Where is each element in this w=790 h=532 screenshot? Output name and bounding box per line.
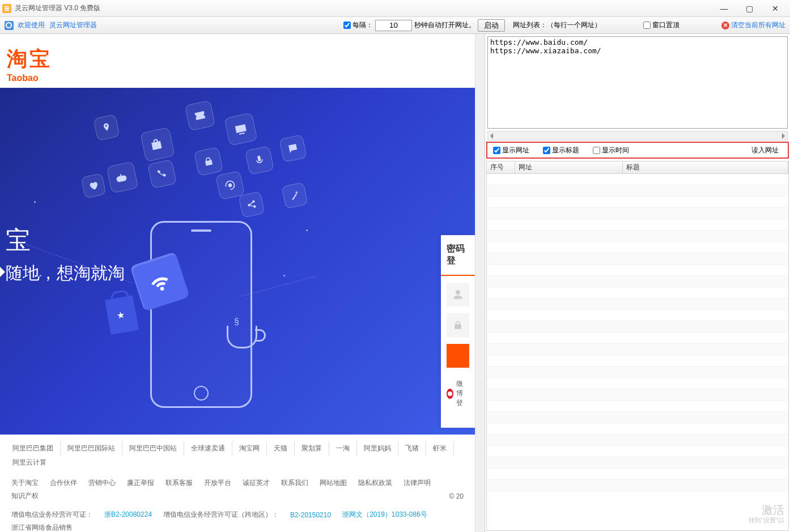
table-row[interactable] (487, 287, 788, 299)
table-body[interactable] (487, 174, 788, 530)
carousel-arrow-icon[interactable] (0, 267, 5, 277)
table-row[interactable] (487, 333, 788, 344)
show-time-checkbox-wrap[interactable]: 显示时间 (593, 146, 629, 155)
weibo-label: 微博登 (456, 379, 469, 408)
taobao-license-row: 增值电信业务经营许可证： 浙B2-20080224 增值电信业务经营许可证（跨地… (0, 506, 475, 532)
footer-legal-link[interactable]: 关于淘宝 (6, 476, 44, 490)
footer-legal-link[interactable]: 廉正举报 (121, 476, 160, 490)
table-row[interactable] (487, 299, 788, 310)
table-row[interactable] (487, 378, 788, 389)
clear-all-link[interactable]: ✕ 清空当前所有网址 (721, 20, 785, 30)
footer-link[interactable]: 阿里巴巴中国站 (122, 441, 184, 456)
table-row[interactable] (487, 197, 788, 208)
interval-checkbox[interactable] (343, 22, 351, 29)
table-row[interactable] (487, 423, 788, 435)
load-urls-button[interactable]: 读入网址 (751, 146, 779, 155)
password-field[interactable] (447, 313, 469, 337)
interval-checkbox-wrap[interactable]: 每隔： (343, 20, 373, 30)
start-button[interactable]: 启动 (478, 19, 505, 32)
col-header-index[interactable]: 序号 (487, 161, 515, 173)
table-row[interactable] (487, 355, 788, 367)
topmost-checkbox[interactable] (643, 22, 651, 29)
table-row[interactable] (487, 446, 788, 457)
welcome-link[interactable]: 欢迎使用 (18, 20, 45, 30)
col-header-title[interactable]: 标题 (623, 161, 788, 173)
show-title-checkbox-wrap[interactable]: 显示标题 (543, 146, 579, 155)
close-button[interactable]: ✕ (762, 0, 788, 16)
table-row[interactable] (487, 276, 788, 287)
table-header: 序号 网址 标题 (487, 161, 788, 174)
footer-link[interactable]: 阿里妈妈 (357, 441, 398, 456)
table-row[interactable] (487, 435, 788, 446)
table-row[interactable] (487, 401, 788, 412)
table-row[interactable] (487, 219, 788, 231)
show-url-label: 显示网址 (502, 146, 529, 155)
lock-icon (194, 147, 223, 176)
login-tab-password[interactable]: 密码登 (441, 235, 475, 276)
taobao-footer-links-1: 阿里巴巴集团阿里巴巴国际站阿里巴巴中国站全球速卖通淘宝网天猫聚划算一淘阿里妈妈飞… (0, 435, 475, 473)
table-row[interactable] (487, 231, 788, 242)
table-row[interactable] (487, 208, 788, 219)
footer-legal-link[interactable]: 知识产权 (6, 490, 44, 503)
table-row[interactable] (487, 480, 788, 491)
table-row[interactable] (487, 265, 788, 276)
banner-text: 宝 随地，想淘就淘 (6, 224, 125, 285)
table-row[interactable] (487, 367, 788, 378)
footer-legal-link[interactable]: 合作伙伴 (44, 476, 83, 490)
table-row[interactable] (487, 185, 788, 197)
main-area: 淘宝 Taobao ★ § (0, 34, 790, 532)
table-row[interactable] (487, 457, 788, 469)
copyright: © 20 (443, 491, 469, 502)
footer-link[interactable]: 天猫 (267, 441, 295, 456)
footer-legal-link[interactable]: 隐私权政策 (352, 476, 398, 490)
license1-value[interactable]: 浙B2-20080224 (99, 508, 158, 521)
mic-icon (245, 146, 274, 175)
footer-link[interactable]: 阿里巴巴国际站 (61, 441, 122, 456)
footer-legal-link[interactable]: 诚征英才 (237, 476, 275, 490)
footer-link[interactable]: 一淘 (329, 441, 357, 456)
col-header-url[interactable]: 网址 (515, 161, 623, 173)
footer-link[interactable]: 飞猪 (398, 441, 426, 456)
window-titlebar: 灵云网址管理器 V3.0 免费版 — ▢ ✕ (0, 0, 790, 17)
table-row[interactable] (487, 310, 788, 321)
table-row[interactable] (487, 412, 788, 423)
product-link[interactable]: 灵云网址管理器 (49, 20, 97, 30)
weibo-login-link[interactable]: 微博登 (447, 379, 469, 408)
url-list-textarea[interactable] (487, 36, 788, 129)
show-url-checkbox-wrap[interactable]: 显示网址 (493, 146, 529, 155)
footer-link[interactable]: 阿里巴巴集团 (6, 441, 61, 456)
footer-link[interactable]: 虾米 (426, 441, 454, 456)
table-row[interactable] (487, 174, 788, 185)
footer-legal-link[interactable]: 法律声明 (398, 476, 436, 490)
table-row[interactable] (487, 344, 788, 355)
textarea-h-scrollbar[interactable] (487, 131, 788, 141)
footer-legal-link[interactable]: 联系客服 (160, 476, 198, 490)
table-row[interactable] (487, 321, 788, 333)
footer-legal-link[interactable]: 联系我们 (275, 476, 314, 490)
interval-input[interactable] (375, 20, 412, 31)
taobao-footer-links-2: 关于淘宝合作伙伴营销中心廉正举报联系客服开放平台诚征英才联系我们网站地图隐私权政… (0, 473, 475, 506)
maximize-button[interactable]: ▢ (737, 0, 762, 16)
license2-value[interactable]: B2-20150210 (284, 509, 337, 521)
table-row[interactable] (487, 242, 788, 253)
show-title-checkbox[interactable] (543, 147, 550, 154)
footer-link[interactable]: 淘宝网 (232, 441, 267, 456)
table-row[interactable] (487, 389, 788, 401)
footer-link[interactable]: 阿里云计算 (6, 456, 53, 470)
minimize-button[interactable]: — (711, 0, 737, 16)
browser-pane: 淘宝 Taobao ★ § (0, 34, 475, 532)
browser-scrollbar[interactable] (475, 34, 485, 532)
license3-value[interactable]: 浙网文（2019）1033-086号 (337, 508, 432, 521)
table-row[interactable] (487, 469, 788, 480)
footer-legal-link[interactable]: 营销中心 (83, 476, 121, 490)
username-field[interactable] (447, 283, 469, 307)
login-submit-button[interactable] (447, 344, 469, 368)
footer-link[interactable]: 全球速卖通 (184, 441, 232, 456)
show-time-checkbox[interactable] (593, 147, 600, 154)
footer-link[interactable]: 聚划算 (295, 441, 329, 456)
footer-legal-link[interactable]: 网站地图 (314, 476, 352, 490)
footer-legal-link[interactable]: 开放平台 (198, 476, 237, 490)
show-url-checkbox[interactable] (493, 147, 500, 154)
table-row[interactable] (487, 253, 788, 265)
topmost-checkbox-wrap[interactable]: 窗口置顶 (643, 20, 679, 30)
